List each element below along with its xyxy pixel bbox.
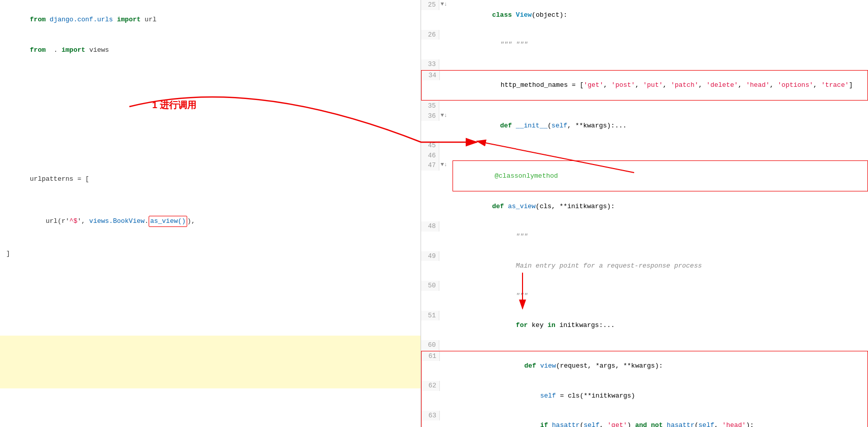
line-number: 25 bbox=[421, 0, 439, 10]
code-content: class View(object): bbox=[448, 0, 868, 30]
blank-line bbox=[0, 303, 421, 314]
blank-line bbox=[0, 98, 421, 110]
blank-line bbox=[0, 270, 421, 281]
left-code-block: from django.conf.urls import url from . … bbox=[0, 0, 421, 392]
blank-line bbox=[0, 109, 421, 120]
line-number: 34 bbox=[422, 71, 440, 81]
code-row-60: 60 bbox=[421, 340, 868, 350]
blank-line bbox=[0, 65, 421, 77]
blank-line bbox=[0, 153, 421, 164]
line-number: 63 bbox=[422, 411, 440, 421]
line-number: 48 bbox=[421, 221, 439, 232]
blank-line bbox=[0, 356, 421, 367]
line-number: 35 bbox=[421, 101, 439, 111]
left-editor-pane: from django.conf.urls import url from . … bbox=[0, 0, 421, 427]
code-row-35: 35 bbox=[421, 101, 868, 111]
code-row-47: 47 ▼↓ @classonlymethod def as_view(cls, … bbox=[421, 160, 868, 221]
blank-line bbox=[0, 367, 421, 378]
code-content: def view(request, *args, **kwargs): bbox=[449, 351, 867, 381]
code-row-25: 25 ▼↓ class View(object): bbox=[421, 0, 868, 30]
blank-line bbox=[0, 237, 421, 248]
annotation-1: 1 进行调用 bbox=[152, 99, 196, 111]
blank-line bbox=[0, 142, 421, 153]
line-number: 33 bbox=[421, 59, 439, 70]
code-content: self = cls(**initkwargs) bbox=[449, 381, 867, 411]
line-number: 61 bbox=[422, 351, 440, 362]
blank-line bbox=[0, 259, 421, 270]
line-number: 47 bbox=[421, 160, 439, 171]
code-row-36: 36 ▼↓ def __init__(self, **kwargs):... bbox=[421, 111, 868, 141]
fold-icon[interactable]: ▼↓ bbox=[439, 160, 448, 169]
code-row-61: 61 def view(request, *args, **kwargs): bbox=[422, 351, 867, 381]
blank-line bbox=[0, 324, 421, 336]
code-content: """ bbox=[448, 281, 868, 311]
blank-line bbox=[0, 131, 421, 142]
blank-line bbox=[0, 378, 421, 389]
line-number: 46 bbox=[421, 151, 439, 161]
line-number: 51 bbox=[421, 311, 439, 321]
code-row-48: 48 """ bbox=[421, 221, 868, 251]
blank-line bbox=[0, 77, 421, 88]
code-row-51: 51 for key in initkwargs:... bbox=[421, 311, 868, 341]
code-content: Main entry point for a request-response … bbox=[448, 251, 868, 281]
line-number: 49 bbox=[421, 251, 439, 261]
line-number: 60 bbox=[421, 340, 439, 350]
code-row-49: 49 Main entry point for a request-respon… bbox=[421, 251, 868, 281]
view-function-box: 61 def view(request, *args, **kwargs): 6… bbox=[421, 351, 868, 428]
line-number: 50 bbox=[421, 281, 439, 291]
code-content: @classonlymethod def as_view(cls, **init… bbox=[448, 160, 868, 221]
blank-line bbox=[0, 314, 421, 325]
code-content bbox=[448, 59, 868, 70]
fold-icon[interactable]: ▼↓ bbox=[439, 0, 448, 9]
code-row-50: 50 """ bbox=[421, 281, 868, 311]
code-content: """ """ bbox=[448, 30, 868, 60]
line-number: 62 bbox=[422, 381, 440, 391]
yellow-highlight bbox=[0, 336, 421, 356]
code-content bbox=[448, 151, 868, 161]
fold-icon[interactable]: ▼↓ bbox=[439, 111, 448, 120]
line-number: 45 bbox=[421, 141, 439, 151]
code-content: """ bbox=[448, 221, 868, 251]
code-content bbox=[448, 340, 868, 350]
code-row-46: 46 bbox=[421, 151, 868, 161]
blank-line bbox=[0, 120, 421, 132]
code-row-33: 33 bbox=[421, 59, 868, 70]
blank-line bbox=[0, 292, 421, 303]
code-content: def __init__(self, **kwargs):... bbox=[448, 111, 868, 141]
code-content bbox=[448, 101, 868, 111]
url-line: url(r'^$', views.BookView.as_view()), bbox=[0, 206, 421, 238]
code-row-26: 26 """ """ bbox=[421, 30, 868, 60]
right-editor-pane: 25 ▼↓ class View(object): 26 """ """ 33 … bbox=[421, 0, 868, 427]
line-number: 36 bbox=[421, 111, 439, 121]
code-content bbox=[448, 141, 868, 151]
code-row-63: 63 if hasattr(self, 'get') and not hasat… bbox=[422, 411, 867, 428]
code-line: ] bbox=[0, 248, 421, 259]
code-content: if hasattr(self, 'get') and not hasattr(… bbox=[449, 411, 867, 428]
code-row-45: 45 bbox=[421, 141, 868, 151]
code-content: http_method_names = ['get', 'post', 'put… bbox=[449, 71, 867, 101]
code-row-34: 34 http_method_names = ['get', 'post', '… bbox=[421, 70, 868, 101]
blank-line bbox=[0, 281, 421, 292]
blank-line bbox=[0, 87, 421, 98]
code-row-62: 62 self = cls(**initkwargs) bbox=[422, 381, 867, 411]
code-content: for key in initkwargs:... bbox=[448, 311, 868, 341]
line-number: 26 bbox=[421, 30, 439, 40]
code-line: from . import views bbox=[0, 35, 421, 66]
code-line: from django.conf.urls import url bbox=[0, 4, 421, 35]
code-line: urlpatterns = [ bbox=[0, 164, 421, 195]
blank-line bbox=[0, 194, 421, 206]
